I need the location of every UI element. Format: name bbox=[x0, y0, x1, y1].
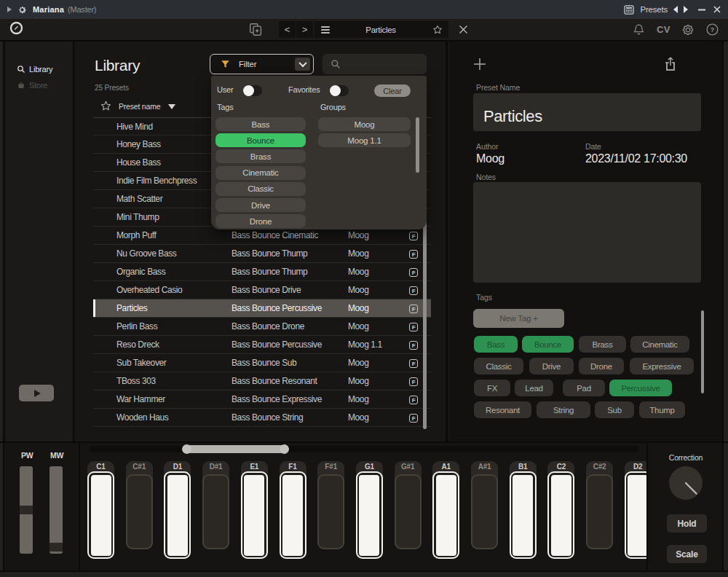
preset-tag-chip[interactable]: Expressive bbox=[630, 358, 694, 374]
plugin-gear-icon[interactable] bbox=[17, 5, 27, 15]
preset-row[interactable]: Nu Groove BassBass Bounce ThumpMoogF bbox=[93, 245, 431, 263]
black-key[interactable] bbox=[586, 474, 613, 549]
preset-tag-chip[interactable]: Thump bbox=[639, 401, 685, 418]
user-toggle[interactable] bbox=[243, 85, 262, 96]
keyboard-scroll-track[interactable] bbox=[89, 446, 639, 452]
collapse-arrow-icon[interactable] bbox=[7, 7, 12, 12]
date-value: 2023/11/02 17:00:30 bbox=[585, 152, 687, 165]
favorite-star-icon[interactable] bbox=[432, 24, 443, 36]
history-back-button[interactable]: < bbox=[279, 21, 296, 38]
preset-row[interactable]: Overheated CasioBass Bounce DriveMoogF bbox=[93, 281, 431, 299]
preset-tag-chip[interactable]: Classic bbox=[474, 358, 523, 374]
author-label: Author bbox=[476, 142, 498, 151]
chevron-down-icon bbox=[298, 59, 306, 67]
white-key[interactable] bbox=[356, 471, 383, 559]
filter-group-button[interactable]: Moog bbox=[318, 117, 411, 131]
keyboard-scroll-thumb[interactable] bbox=[183, 445, 288, 453]
favorites-column-icon[interactable] bbox=[100, 100, 112, 112]
preset-row[interactable]: Sub TakeoverBass Bounce SubMoogF bbox=[93, 354, 431, 372]
sidebar-item-store[interactable]: Store bbox=[17, 81, 47, 90]
cv-button[interactable]: CV bbox=[657, 24, 670, 35]
filter-tag-button[interactable]: Brass bbox=[215, 149, 306, 163]
preset-row[interactable]: ParticlesBass Bounce PercussiveMoogF bbox=[93, 299, 431, 318]
preset-tag-chip[interactable]: Bounce bbox=[522, 336, 574, 353]
filter-button[interactable]: Filter bbox=[210, 54, 314, 74]
mod-wheel[interactable] bbox=[50, 466, 63, 554]
preset-row[interactable]: Wooden HausBass Bounce StringMoogF bbox=[93, 409, 431, 427]
black-key[interactable] bbox=[395, 474, 422, 549]
factory-badge-icon: F bbox=[409, 268, 418, 277]
preset-tag-chip[interactable]: Percussive bbox=[609, 380, 672, 396]
settings-gear-icon[interactable] bbox=[681, 23, 695, 36]
filter-tag-button[interactable]: Bounce bbox=[215, 133, 306, 147]
pitch-wheel[interactable] bbox=[20, 466, 33, 554]
notifications-bell-icon[interactable] bbox=[632, 23, 646, 36]
preset-tag-chip[interactable]: String bbox=[537, 401, 590, 418]
preset-tag-chip[interactable]: Lead bbox=[515, 380, 553, 396]
toolbar-preset-title: Particles bbox=[330, 25, 432, 34]
white-key[interactable] bbox=[87, 471, 114, 559]
filter-tag-button[interactable]: Classic bbox=[215, 182, 306, 196]
white-key[interactable] bbox=[625, 471, 648, 559]
history-forward-button[interactable]: > bbox=[296, 21, 313, 38]
add-preset-icon[interactable] bbox=[473, 58, 486, 71]
help-icon[interactable]: ? bbox=[705, 23, 719, 36]
scale-button[interactable]: Scale bbox=[667, 545, 707, 563]
black-key[interactable] bbox=[202, 474, 229, 549]
preset-menu-icon[interactable] bbox=[321, 26, 330, 34]
groups-scrollbar[interactable] bbox=[416, 117, 419, 173]
clear-preset-icon[interactable] bbox=[459, 25, 468, 34]
white-key[interactable] bbox=[241, 471, 268, 559]
preset-row[interactable]: Organic BassBass Bounce ThumpMoogF bbox=[93, 263, 431, 281]
new-tag-button[interactable]: New Tag + bbox=[473, 309, 564, 328]
minimize-icon[interactable] bbox=[698, 9, 705, 11]
white-key[interactable] bbox=[164, 471, 191, 559]
filter-tag-button[interactable]: Drive bbox=[215, 198, 306, 212]
sort-direction-icon[interactable] bbox=[168, 104, 175, 109]
preset-tag-chip[interactable]: Pad bbox=[563, 380, 605, 396]
black-key[interactable] bbox=[471, 474, 498, 549]
filter-group-button[interactable]: Moog 1.1 bbox=[318, 133, 411, 147]
preset-tag-chip[interactable]: Drone bbox=[579, 358, 624, 374]
filter-tag-button[interactable]: Drone bbox=[215, 214, 306, 228]
white-key[interactable] bbox=[510, 471, 537, 559]
preset-next-icon[interactable] bbox=[684, 6, 688, 13]
tags-scrollbar[interactable] bbox=[701, 310, 704, 393]
close-window-icon[interactable] bbox=[713, 6, 721, 13]
wheel-zone: PW MW bbox=[6, 443, 80, 570]
sidebar-item-library[interactable]: Library bbox=[17, 65, 52, 74]
black-key[interactable] bbox=[126, 474, 153, 549]
preset-prev-icon[interactable] bbox=[673, 6, 678, 13]
white-key[interactable] bbox=[432, 471, 459, 559]
preset-tag-chip[interactable]: FX bbox=[474, 380, 510, 396]
preset-tag-chip[interactable]: Resonant bbox=[474, 401, 531, 418]
preset-tag-chip[interactable]: Cinematic bbox=[630, 336, 689, 353]
search-input[interactable] bbox=[323, 54, 427, 74]
preset-row[interactable]: TBoss 303Bass Bounce ResonantMoogF bbox=[93, 372, 431, 390]
clear-filters-button[interactable]: Clear bbox=[374, 85, 411, 97]
white-key[interactable] bbox=[280, 471, 306, 559]
favorites-toggle[interactable] bbox=[330, 85, 349, 96]
preset-tag-chip[interactable]: Brass bbox=[579, 336, 626, 353]
play-button[interactable] bbox=[19, 385, 54, 401]
preset-tag-chip[interactable]: Drive bbox=[529, 358, 574, 374]
filter-dropdown-box[interactable] bbox=[295, 58, 310, 71]
filter-tag-button[interactable]: Bass bbox=[215, 117, 306, 131]
preset-row[interactable]: Perlin BassBass Bounce DroneMoogF bbox=[93, 318, 431, 336]
preset-row[interactable]: Reso DreckBass Bounce PercussiveMoog 1.1… bbox=[93, 336, 431, 354]
preset-row-group: Moog bbox=[348, 390, 368, 409]
notes-field[interactable] bbox=[473, 182, 701, 283]
preset-row[interactable]: War HammerBass Bounce ExpressiveMoogF bbox=[93, 390, 431, 409]
keyboard-icon[interactable] bbox=[624, 5, 634, 15]
save-preset-icon[interactable] bbox=[249, 23, 263, 36]
sort-column-label[interactable]: Preset name bbox=[119, 102, 160, 111]
share-icon[interactable] bbox=[665, 57, 676, 71]
preset-tag-chip[interactable]: Bass bbox=[474, 336, 518, 353]
black-key[interactable] bbox=[317, 474, 344, 549]
preset-tag-chip[interactable]: Sub bbox=[595, 401, 634, 418]
correction-knob[interactable] bbox=[669, 466, 703, 500]
preset-name-display[interactable]: Particles bbox=[314, 21, 448, 38]
white-key[interactable] bbox=[547, 471, 574, 559]
hold-button[interactable]: Hold bbox=[667, 514, 707, 533]
filter-tag-button[interactable]: Cinematic bbox=[215, 166, 306, 180]
